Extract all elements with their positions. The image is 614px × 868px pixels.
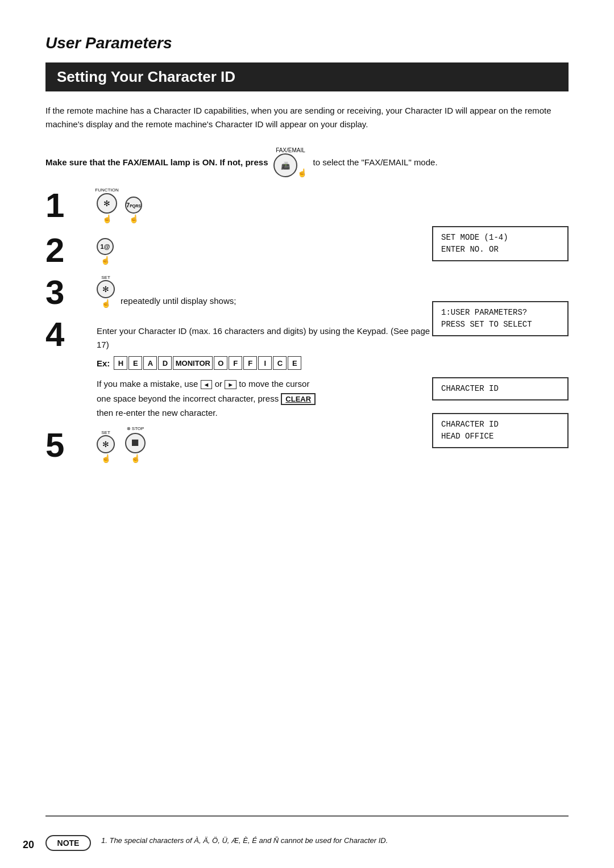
step-2-number: 2 (45, 233, 97, 268)
seven-circle: 7PQRS (125, 197, 142, 214)
step-5-content: SET ✻ ☝ ⊗ STOP ⏹ ☝ (97, 433, 432, 463)
step-3-number: 3 (45, 276, 97, 310)
set-label-step5: SET (101, 430, 110, 435)
key-O: O (214, 356, 227, 370)
mistake-text-3: one space beyond the incorrect character… (97, 394, 279, 403)
lcd4-line1: CHARACTER ID (441, 419, 559, 431)
set-symbol-step3: ✻ (102, 285, 109, 294)
step-4-content: Enter your Character ID (max. 16 charact… (97, 322, 432, 420)
function-label: FUNCTION (95, 187, 118, 193)
key-I: I (258, 356, 272, 370)
ex-label: Ex: (97, 358, 110, 368)
steps-container: 1 FUNCTION ✻ ☝ (45, 193, 569, 475)
step-1-number: 1 (45, 189, 97, 223)
function-circle: FUNCTION ✻ (97, 193, 117, 214)
lcd1-line2: ENTER NO. OR (441, 244, 559, 256)
key-MONITOR: MONITOR (173, 356, 213, 370)
section-header: Setting Your Character ID (45, 62, 569, 91)
page-content: User Parameters Setting Your Character I… (0, 0, 614, 532)
lcd-display-1: SET MODE (1-4) ENTER NO. OR (432, 226, 569, 261)
lcd4-line2: HEAD OFFICE (441, 431, 559, 443)
lcd-display-3: CHARACTER ID (432, 377, 569, 400)
step-3-text: repeatedly until display shows; (121, 294, 236, 308)
key-H: H (114, 356, 127, 370)
fax-instruction-bold: Make sure that the FAX/EMAIL lamp is ON.… (45, 157, 268, 167)
step-1-icons: FUNCTION ✻ ☝ 7PQRS ☝ (97, 193, 432, 223)
set-circle-step3: SET ✻ (97, 280, 115, 298)
stop-button-icon: ⊗ STOP ⏹ ☝ (125, 433, 146, 463)
key-C: C (273, 356, 287, 370)
step-4-number: 4 (45, 318, 97, 352)
step-1-row: 1 FUNCTION ✻ ☝ (45, 193, 432, 226)
stop-hand-icon: ☝ (131, 454, 140, 463)
step-4-text: Enter your Character ID (max. 16 charact… (97, 324, 432, 352)
bottom-note-area: NOTE 1. The special characters of À, Ä, … (45, 835, 569, 851)
one-hand-icon: ☝ (101, 256, 110, 265)
key-E2: E (288, 356, 301, 370)
stop-symbol: ⏹ (130, 437, 140, 449)
mistake-text-1: If you make a mistake, use (97, 379, 198, 389)
step-4-row: 4 Enter your Character ID (max. 16 chara… (45, 322, 432, 420)
bottom-divider (45, 815, 569, 817)
step-5-row: 5 SET ✻ ☝ (45, 433, 432, 463)
mistake-text-4: then re-enter the new character. (97, 408, 218, 418)
page-number: 20 (23, 839, 34, 851)
one-label: 1@ (101, 243, 110, 250)
mistake-text-2: to move the cursor (239, 379, 309, 389)
function-symbol: ✻ (103, 199, 110, 208)
step-5-icons: SET ✻ ☝ ⊗ STOP ⏹ ☝ (97, 433, 432, 463)
lcd2-line1: 1:USER PARAMETERS? (441, 307, 559, 319)
step-5-number: 5 (45, 428, 97, 462)
lcd-display-2: 1:USER PARAMETERS? PRESS SET TO SELECT (432, 301, 569, 336)
set-button-step5: SET ✻ ☝ (97, 435, 115, 463)
page-title: User Parameters (45, 34, 569, 52)
step-1-content: FUNCTION ✻ ☝ 7PQRS ☝ (97, 193, 432, 226)
function-button-icon: FUNCTION ✻ ☝ (97, 193, 117, 223)
set-button-icon-step3: SET ✻ ☝ (97, 280, 115, 308)
lcd3-line1: CHARACTER ID (441, 383, 559, 395)
fax-instruction-end: to select the "FAX/EMAIL" mode. (313, 157, 437, 167)
seven-button-icon: 7PQRS ☝ (125, 197, 142, 223)
seven-label: 7PQRS (126, 202, 141, 208)
mistake-or: or (215, 379, 222, 389)
step-3-row: 3 SET ✻ ☝ repeatedly until display shows… (45, 280, 432, 310)
set-label-step3: SET (101, 275, 110, 280)
note-text: 1. The special characters of À, Ä, Ö, Ü,… (101, 835, 388, 846)
fax-email-button-icon: FAX/EMAIL 📠 ☝ (273, 147, 307, 177)
lcd-display-4: CHARACTER ID HEAD OFFICE (432, 413, 569, 448)
fax-hand-icon: ☝ (297, 168, 307, 177)
lcd1-line1: SET MODE (1-4) (441, 232, 559, 244)
steps-left: 1 FUNCTION ✻ ☝ (45, 193, 432, 475)
step-3-content: SET ✻ ☝ repeatedly until display shows; (97, 280, 432, 308)
clear-label: CLEAR (281, 393, 316, 405)
set-hand-step3: ☝ (101, 299, 111, 308)
intro-text: If the remote machine has a Character ID… (45, 104, 569, 131)
key-D: D (158, 356, 172, 370)
stop-circle: ⊗ STOP ⏹ (125, 433, 146, 453)
fax-email-circle: 📠 (273, 153, 297, 177)
step-2-content: 1@ ☝ (97, 238, 432, 267)
set-symbol-step5: ✻ (102, 440, 109, 449)
step-2-row: 2 1@ ☝ (45, 238, 432, 268)
stop-label: ⊗ STOP (127, 426, 144, 431)
note-box: NOTE (45, 835, 91, 851)
key-F1: F (229, 356, 242, 370)
fax-email-instruction: Make sure that the FAX/EMAIL lamp is ON.… (45, 147, 569, 177)
seven-hand-icon: ☝ (129, 214, 139, 223)
key-E: E (128, 356, 142, 370)
step-2-icons: 1@ ☝ (97, 238, 432, 265)
mistake-instructions: If you make a mistake, use ◄ or ► to mov… (97, 377, 432, 420)
arrow-right-icon: ► (225, 380, 237, 389)
key-F2: F (243, 356, 257, 370)
arrow-left-icon: ◄ (201, 380, 213, 389)
one-button-icon: 1@ ☝ (97, 238, 114, 265)
fax-label: FAX/EMAIL (276, 147, 305, 153)
one-circle: 1@ (97, 238, 114, 255)
lcd2-line2: PRESS SET TO SELECT (441, 319, 559, 331)
set-hand-step5: ☝ (101, 454, 111, 463)
function-hand-icon: ☝ (102, 214, 112, 223)
lcd-displays: SET MODE (1-4) ENTER NO. OR 1:USER PARAM… (432, 193, 569, 475)
keyboard-ex: Ex: H E A D MONITOR O F F I C E (97, 356, 432, 370)
key-A: A (143, 356, 157, 370)
set-circle-step5: SET ✻ (97, 435, 115, 453)
